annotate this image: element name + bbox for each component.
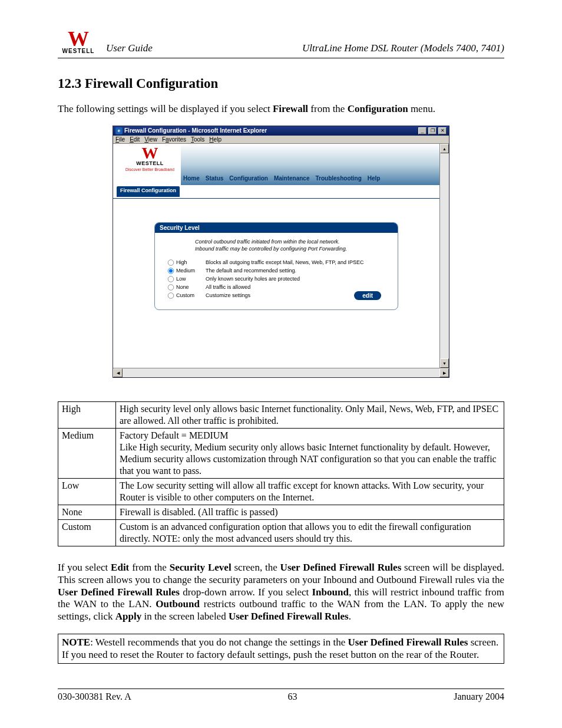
panel-desc-line2: Inbound traffic may be controlled by con… [195,246,347,252]
scroll-down-icon[interactable]: ▼ [440,358,449,368]
table-row: NoneFirewall is disabled. (All traffic i… [58,505,504,520]
ie-icon: e [115,127,123,134]
page-footer: 030-300381 Rev. A 63 January 2004 [58,691,504,702]
banner-logo-name: WESTELL [119,160,181,166]
intro-text: from the [308,103,348,114]
def-val: Custom is an advanced configuration opti… [116,520,504,546]
definitions-table: HighHigh security level only allows basi… [58,401,504,546]
option-desc-medium: The default and recommended setting. [206,268,387,274]
panel-title: Security Level [155,223,398,233]
close-button[interactable]: ✕ [438,127,447,134]
intro-text: menu. [408,103,435,114]
panel-desc-line1: Control outbound traffic initiated from … [195,239,340,245]
footer-page: 63 [287,691,297,702]
radio-custom[interactable] [167,292,175,298]
nav-status[interactable]: Status [203,174,226,183]
def-key: Medium [58,429,116,479]
radio-high[interactable] [167,259,175,265]
westell-logo: W WESTELL [58,32,99,54]
option-desc-low: Only known security holes are protected [206,276,387,282]
nav-maintenance[interactable]: Maintenance [272,174,312,183]
def-key: None [58,505,116,520]
maximize-button[interactable]: ❐ [428,127,437,134]
intro-bold-configuration: Configuration [348,103,408,114]
intro-paragraph: The following settings will be displayed… [58,103,504,115]
ie-viewport: W WESTELL Discover Better Broadband Home… [113,144,439,368]
def-val: High security level only allows basic In… [116,402,504,429]
option-label-low: Low [176,276,206,282]
menu-edit[interactable]: Edit [130,136,140,143]
menu-file[interactable]: File [115,136,125,143]
radio-medium[interactable] [167,268,175,274]
horizontal-scrollbar[interactable]: ◀ ▶ [113,368,449,377]
ie-title: Firewall Configuration - Microsoft Inter… [124,128,267,134]
def-key: High [58,402,116,429]
option-label-none: None [176,284,206,290]
nav-help[interactable]: Help [365,174,383,183]
guide-label: User Guide [106,42,153,54]
nav-home[interactable]: Home [181,174,202,183]
scroll-right-icon[interactable]: ▶ [439,368,449,377]
westell-logo-banner: W WESTELL Discover Better Broadband [113,144,181,185]
ie-menubar: File Edit View Favorites Tools Help [113,136,449,144]
option-label-high: High [176,259,206,265]
footer-rule [58,689,504,689]
product-label: UltraLine Home DSL Router (Models 7400, … [302,42,504,54]
intro-bold-firewall: Firewall [273,103,308,114]
def-val: The Low security setting will allow all … [116,479,504,505]
section-title: 12.3 Firewall Configuration [58,76,504,91]
nav-troubleshooting[interactable]: Troubleshooting [313,174,363,183]
def-val: Factory Default = MEDIUM Like High secur… [116,429,504,479]
vertical-scrollbar[interactable]: ▲ ▼ [439,144,449,368]
footer-date: January 2004 [454,691,504,702]
page-banner: W WESTELL Discover Better Broadband Home… [113,144,439,185]
def-key: Custom [58,520,116,546]
option-label-medium: Medium [176,268,206,274]
logo-name: WESTELL [58,48,99,54]
logo-glyph: W [58,32,99,47]
explanation-paragraph: If you select Edit from the Security Lev… [58,562,504,623]
menu-tools[interactable]: Tools [191,136,204,143]
table-row: LowThe Low security setting will allow a… [58,479,504,505]
main-nav: Home Status Configuration Maintenance Tr… [181,174,382,183]
table-row: MediumFactory Default = MEDIUM Like High… [58,429,504,479]
radio-none[interactable] [167,284,175,290]
option-desc-high: Blocks all outgoing traffic except Mail,… [206,259,387,265]
footer-rev: 030-300381 Rev. A [58,691,131,702]
security-level-panel: Security Level Control outbound traffic … [154,222,398,309]
header-rule [58,58,504,58]
banner-tagline: Discover Better Broadband [119,167,181,172]
menu-view[interactable]: View [144,136,157,143]
radio-low[interactable] [167,276,175,282]
screenshot-ie-window: e Firewall Configuration - Microsoft Int… [113,126,449,378]
menu-help[interactable]: Help [209,136,222,143]
minimize-button[interactable]: _ [418,127,427,134]
table-row: HighHigh security level only allows basi… [58,402,504,429]
security-options: High Blocks all outgoing traffic except … [166,259,387,299]
scroll-up-icon[interactable]: ▲ [440,144,449,153]
tab-firewall-configuration[interactable]: Firewall Configuration [117,186,180,197]
def-val: Firewall is disabled. (All traffic is pa… [116,505,504,520]
ie-titlebar: e Firewall Configuration - Microsoft Int… [113,126,449,136]
option-desc-none: All traffic is allowed [206,284,387,290]
option-label-custom: Custom [176,292,206,298]
menu-favorites[interactable]: Favorites [162,136,186,143]
sub-nav: Firewall Configuration [113,185,439,199]
edit-button[interactable]: edit [354,291,381,300]
table-row: CustomCustom is an advanced configuratio… [58,520,504,546]
note-box: NOTE: Westell recommends that you do not… [58,634,504,664]
nav-configuration[interactable]: Configuration [227,174,270,183]
intro-text: The following settings will be displayed… [58,103,273,114]
scroll-left-icon[interactable]: ◀ [113,368,123,377]
panel-description: Control outbound traffic initiated from … [195,239,387,252]
def-key: Low [58,479,116,505]
